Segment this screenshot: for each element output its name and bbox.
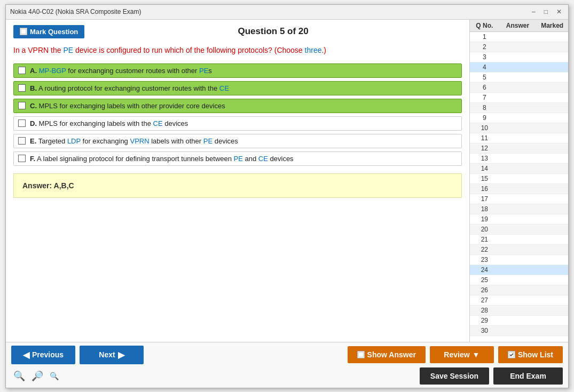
next-arrow-icon: ▶ [118,350,124,360]
sidebar-row-30: 30 [470,326,568,336]
option-b-checkbox[interactable] [18,84,26,92]
svg-rect-0 [21,29,26,34]
main-window: Nokia 4A0-C02 (Nokia SRA Composite Exam)… [5,4,569,388]
bottom-action-buttons: 🔍 🔎 🔍 Save Session End Exam [11,367,563,385]
sidebar-row-25: 25 [470,275,568,285]
sidebar-row-7: 7 [470,93,568,103]
next-button[interactable]: Next ▶ [80,346,144,364]
sidebar-row-3: 3 [470,52,568,62]
option-b[interactable]: B. A routing protocol for exchanging cus… [13,81,462,95]
option-a-checkbox[interactable] [18,67,26,74]
show-list-icon [508,351,515,358]
title-bar: Nokia 4A0-C02 (Nokia SRA Composite Exam)… [6,5,568,20]
zoom-reset-button[interactable]: 🔎 [29,369,45,383]
sidebar-row-26: 26 [470,285,568,295]
header-row: Mark Question Question 5 of 20 [13,25,462,38]
option-f-checkbox[interactable] [18,155,26,162]
question-title: Question 5 of 20 [84,26,462,37]
sidebar-row-4: 4 [470,62,568,73]
sidebar-col-marked: Marked [536,22,568,29]
sidebar-row-9: 9 [470,113,568,123]
sidebar-row-24: 24 [470,265,568,275]
sidebar-row-23: 23 [470,255,568,265]
sidebar-row-1: 1 [470,32,568,42]
bottom-bar: ◀ Previous Next ▶ Show Answer Review ▼ [6,342,568,388]
sidebar-row-18: 18 [470,204,568,214]
sidebar-row-20: 20 [470,225,568,235]
mark-question-button[interactable]: Mark Question [13,25,84,38]
sidebar-row-16: 16 [470,184,568,194]
close-button[interactable]: ✕ [554,8,564,15]
sidebar-col-answer: Answer [499,22,537,29]
option-e-checkbox[interactable] [18,137,26,145]
previous-button[interactable]: ◀ Previous [11,346,75,364]
sidebar-row-14: 14 [470,164,568,174]
sidebar-row-13: 13 [470,154,568,164]
svg-rect-1 [358,352,364,357]
option-d[interactable]: D. MPLS for exchanging labels with the C… [13,116,462,131]
maximize-button[interactable]: □ [542,8,550,15]
option-a-text: A. MP-BGP for exchanging customer routes… [30,67,212,75]
option-e-text: E. Targeted LDP for exchanging VPRN labe… [30,137,238,145]
show-list-button[interactable]: Show List [498,346,563,363]
option-d-checkbox[interactable] [18,119,26,127]
mark-checkbox-icon [20,28,27,35]
sidebar-row-2: 2 [470,42,568,52]
option-d-text: D. MPLS for exchanging labels with the C… [30,119,188,127]
sidebar-row-28: 28 [470,306,568,316]
option-f[interactable]: F. A label signaling protocol for defini… [13,151,462,166]
sidebar-row-27: 27 [470,295,568,306]
option-b-text: B. A routing protocol for exchanging cus… [30,84,229,92]
sidebar-row-22: 22 [470,245,568,255]
review-dropdown-icon: ▼ [473,350,480,359]
option-e[interactable]: E. Targeted LDP for exchanging VPRN labe… [13,134,462,148]
option-a[interactable]: A. MP-BGP for exchanging customer routes… [13,63,462,78]
answer-label: Answer: A,B,C [22,181,74,190]
option-f-text: F. A label signaling protocol for defini… [30,155,294,163]
sidebar-col-qno: Q No. [470,22,499,29]
bottom-nav-buttons: ◀ Previous Next ▶ Show Answer Review ▼ [11,346,563,364]
answer-box: Answer: A,B,C [13,173,462,198]
sidebar-row-10: 10 [470,123,568,133]
sidebar-row-8: 8 [470,103,568,113]
sidebar-row-19: 19 [470,214,568,225]
option-c[interactable]: C. MPLS for exchanging labels with other… [13,99,462,113]
option-c-text: C. MPLS for exchanging labels with other… [30,102,225,110]
end-exam-button[interactable]: End Exam [493,367,563,385]
option-c-checkbox[interactable] [18,102,26,109]
sidebar-row-29: 29 [470,316,568,326]
sidebar-row-15: 15 [470,174,568,184]
main-panel: Mark Question Question 5 of 20 In a VPRN… [6,20,469,342]
sidebar-row-17: 17 [470,194,568,204]
sidebar-row-5: 5 [470,73,568,83]
sidebar-header: Q No. Answer Marked [470,20,568,32]
minimize-button[interactable]: – [530,8,538,15]
sidebar-row-6: 6 [470,83,568,93]
sidebar-row-12: 12 [470,143,568,154]
question-text: In a VPRN the PE device is configured to… [13,45,462,56]
show-answer-button[interactable]: Show Answer [348,346,426,363]
show-answer-icon [357,351,365,358]
sidebar-row-11: 11 [470,133,568,143]
zoom-out-button[interactable]: 🔍 [48,371,61,381]
sidebar-rows: 1 2 3 4 5 6 7 8 9 10 11 12 13 14 15 16 1… [470,32,568,342]
sidebar-row-21: 21 [470,235,568,245]
zoom-in-button[interactable]: 🔍 [11,369,27,383]
zoom-controls: 🔍 🔎 🔍 [11,369,61,383]
previous-arrow-icon: ◀ [23,350,29,360]
options-list: A. MP-BGP for exchanging customer routes… [13,63,462,166]
review-button[interactable]: Review ▼ [430,346,494,363]
content-area: Mark Question Question 5 of 20 In a VPRN… [6,20,568,342]
save-session-button[interactable]: Save Session [420,367,489,385]
sidebar: Q No. Answer Marked 1 2 3 4 5 6 7 8 9 10… [469,20,568,342]
window-title: Nokia 4A0-C02 (Nokia SRA Composite Exam) [10,8,141,15]
window-controls: – □ ✕ [530,8,564,15]
